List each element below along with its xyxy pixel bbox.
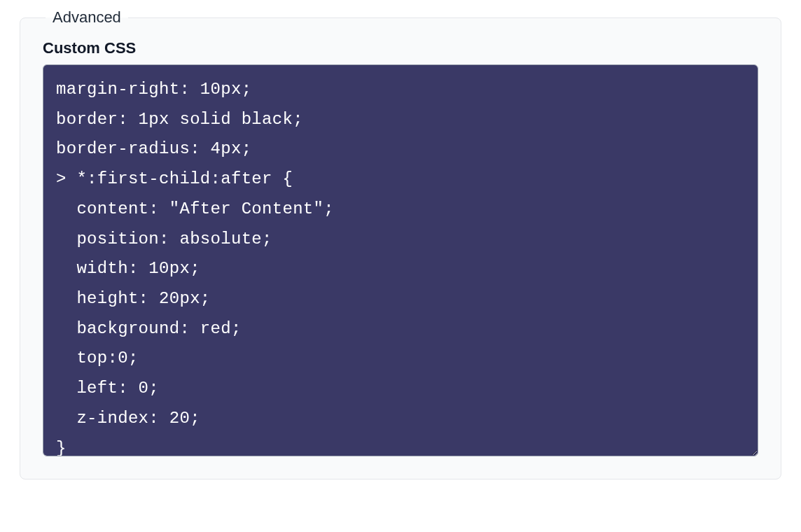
custom-css-label: Custom CSS (43, 39, 758, 57)
fieldset-legend: Advanced (46, 8, 128, 27)
advanced-section-container: Advanced Custom CSS (20, 8, 781, 479)
custom-css-input[interactable] (43, 64, 758, 456)
advanced-fieldset: Advanced Custom CSS (20, 8, 781, 479)
